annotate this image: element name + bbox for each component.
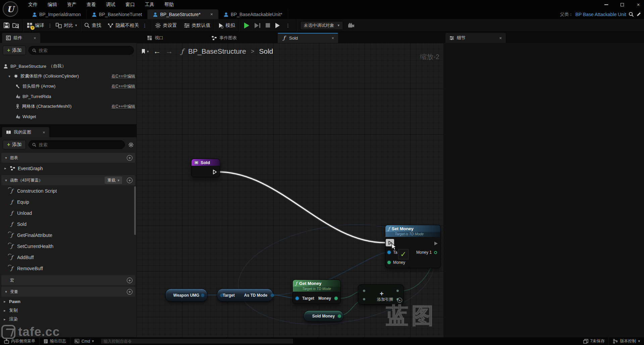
section-variables[interactable]: ▾ 变量 + xyxy=(1,287,135,297)
add-macro-icon[interactable]: + xyxy=(127,278,132,283)
variable-category-rendering[interactable]: ▸ 渲染 xyxy=(0,315,137,324)
money-output-pin[interactable] xyxy=(434,251,437,254)
debug-camera-icon[interactable] xyxy=(348,23,355,28)
function-row[interactable]: ƒConstruction Script xyxy=(0,185,137,196)
menu-item-help[interactable]: 帮助 xyxy=(164,2,174,8)
edit-in-cpp-link[interactable]: 在C++中编辑 xyxy=(111,73,135,79)
output-pin[interactable] xyxy=(338,314,341,318)
unsaved-assets-button[interactable]: 7未保存 xyxy=(579,337,609,345)
tree-row-widget[interactable]: Widget xyxy=(0,111,137,121)
add-variable-icon[interactable]: + xyxy=(127,289,132,295)
cmd-dropdown[interactable]: Cmd ▾ xyxy=(70,337,98,345)
close-panel-icon[interactable]: × xyxy=(43,130,45,135)
play-button[interactable] xyxy=(244,22,249,29)
maximize-icon[interactable] xyxy=(619,1,626,8)
node-weapon-umg[interactable]: Weapon UMG xyxy=(165,289,207,302)
asset-tab-bp-imperialdramon[interactable]: BP_Imperialdramon xyxy=(27,9,87,19)
tab-event-graph[interactable]: 事件图表 xyxy=(208,33,241,43)
class-settings-button[interactable]: 类设置 xyxy=(155,22,177,29)
tree-row-self[interactable]: BP_BaseStructure （自我） xyxy=(0,61,137,71)
save-icon[interactable] xyxy=(3,22,10,29)
exec-output-pin[interactable] xyxy=(213,169,217,175)
function-row[interactable]: ƒGetFinalAttribute xyxy=(0,230,137,241)
my-blueprint-search-input[interactable] xyxy=(39,142,121,147)
close-panel-icon[interactable]: × xyxy=(34,36,36,41)
function-row[interactable]: ƒAddBuff xyxy=(0,252,137,263)
event-graph-row[interactable]: ▸ EventGraph xyxy=(0,163,137,174)
override-dropdown[interactable]: 重载 ▾ xyxy=(105,177,122,184)
menu-item-window[interactable]: 窗口 xyxy=(125,2,135,8)
console-command-input[interactable] xyxy=(101,338,293,344)
function-row[interactable]: ƒUnload xyxy=(0,207,137,218)
close-tab-icon[interactable]: × xyxy=(331,36,334,41)
money-output-pin[interactable] xyxy=(334,297,338,300)
expander-icon[interactable]: ▸ xyxy=(3,299,7,304)
components-search[interactable] xyxy=(29,46,134,55)
variable-category-pawn[interactable]: ▸ Pawn xyxy=(0,297,137,306)
money-input-pin[interactable] xyxy=(387,261,391,264)
expander-icon[interactable]: ▾ xyxy=(7,74,11,79)
exec-output-pin[interactable] xyxy=(434,241,438,246)
tree-row-arrow[interactable]: 箭头组件 (Arrow) 在C++中编辑 xyxy=(0,81,137,91)
tab-function-sold[interactable]: ƒ Sold × xyxy=(278,33,338,43)
stop-button[interactable] xyxy=(266,23,270,28)
minimize-icon[interactable] xyxy=(602,1,610,8)
variable-category-replication[interactable]: ▸ 复制 xyxy=(0,306,137,315)
hide-unrelated-button[interactable]: 隐藏不相关 xyxy=(107,22,139,29)
wildcard-pin[interactable] xyxy=(363,298,366,301)
nav-back-icon[interactable]: ← xyxy=(154,47,161,56)
expander-icon[interactable]: ▸ xyxy=(3,308,7,313)
node-get-money[interactable]: ƒ Get Money Target is TD Mode Target Mon… xyxy=(292,280,341,304)
node-sold-money[interactable]: Sold Money xyxy=(304,310,343,322)
expander-icon[interactable]: ▾ xyxy=(4,178,8,183)
frame-skip-button[interactable] xyxy=(255,23,260,28)
edit-in-cpp-link[interactable]: 在C++中编辑 xyxy=(111,84,135,89)
left-panel-scrollbar[interactable] xyxy=(134,186,136,235)
asset-tab-bp-basenoneturret[interactable]: BP_BaseNoneTurret xyxy=(87,9,148,19)
search-icon[interactable] xyxy=(629,12,634,17)
tree-row-mesh[interactable]: 网格体 (CharacterMesh0) 在C++中编辑 xyxy=(0,101,137,111)
close-panel-icon[interactable]: × xyxy=(499,36,502,41)
find-button[interactable]: 查找 xyxy=(84,22,101,29)
diff-button[interactable]: 对比 ▾ xyxy=(56,22,77,29)
close-icon[interactable]: × xyxy=(635,1,642,8)
output-pin[interactable] xyxy=(201,294,204,297)
expander-icon[interactable]: ▸ xyxy=(3,317,7,322)
close-tab-icon[interactable]: × xyxy=(210,12,213,17)
asset-tab-bp-baseattackableunit[interactable]: BP_BaseAttackableUnit* xyxy=(218,9,288,19)
tree-row-capsule[interactable]: ▾ 胶囊体组件 (CollisionCylinder) 在C++中编辑 xyxy=(0,71,137,81)
add-blueprint-item-button[interactable]: + 添加 xyxy=(3,140,26,149)
output-log-button[interactable]: 输出日志 xyxy=(40,337,70,345)
section-macros[interactable]: 宏 + xyxy=(1,275,135,285)
add-graph-icon[interactable]: + xyxy=(127,155,132,161)
play-options-icon[interactable]: ⋮ xyxy=(285,23,291,28)
class-defaults-button[interactable]: 类默认值 xyxy=(184,22,211,29)
function-row[interactable]: ƒRemoveBuff xyxy=(0,263,137,274)
function-row[interactable]: ƒSetCurrentHealth xyxy=(0,241,137,252)
node-sold-event[interactable]: Sold xyxy=(191,159,220,177)
content-drawer-button[interactable]: 内容侧滑菜单 xyxy=(0,337,39,345)
edit-in-cpp-link[interactable]: 在C++中编辑 xyxy=(111,104,135,109)
tab-my-blueprint[interactable]: 我的蓝图 × xyxy=(2,127,49,137)
breadcrumb-root[interactable]: BP_BaseStructure xyxy=(188,47,246,55)
tree-row-turretrida[interactable]: BP_TurretRida xyxy=(0,91,137,101)
target-input-pin[interactable] xyxy=(387,251,391,254)
output-pin[interactable] xyxy=(271,294,274,297)
components-search-input[interactable] xyxy=(39,48,130,53)
panel-settings-gear-icon[interactable] xyxy=(128,142,134,148)
menu-item-view[interactable]: 查看 xyxy=(87,2,96,8)
tab-details[interactable]: 细节 × xyxy=(445,33,506,43)
source-control-button[interactable]: 版本控制 ▾ xyxy=(609,337,644,345)
tab-components[interactable]: 组件 × xyxy=(2,33,40,43)
menu-item-debug[interactable]: 调试 xyxy=(106,2,115,8)
simulate-button[interactable]: 模拟 xyxy=(218,22,235,29)
exec-wire[interactable] xyxy=(217,172,385,243)
add-function-icon[interactable]: + xyxy=(127,178,132,183)
add-component-button[interactable]: + 添加 xyxy=(3,46,26,55)
node-as-td-mode[interactable]: Target As TD Mode xyxy=(217,289,273,302)
expander-icon[interactable]: ▸ xyxy=(3,166,7,170)
menu-item-edit[interactable]: 编辑 xyxy=(48,2,57,8)
menu-item-file[interactable]: 文件 xyxy=(28,2,38,8)
section-graphs[interactable]: ▾ 图表 + xyxy=(1,153,135,163)
eject-button[interactable] xyxy=(275,23,280,28)
